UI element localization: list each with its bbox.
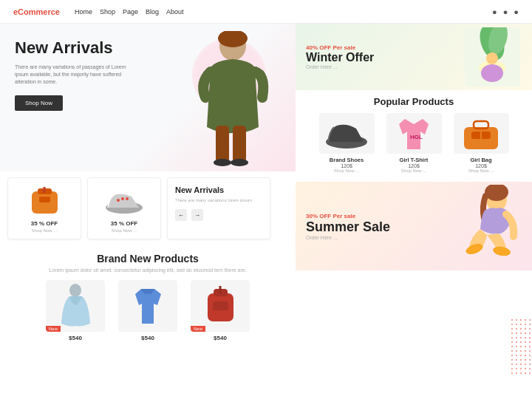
popular-tshirt-shop[interactable]: Shop Now ... — [383, 168, 446, 173]
summer-order-cta[interactable]: Order Here ... — [306, 235, 448, 240]
summer-model-svg — [456, 185, 521, 267]
svg-text:HGL: HGL — [410, 134, 423, 140]
new-arrivals-mini-card: New Arrivals There are many variations l… — [167, 177, 270, 239]
svg-point-14 — [69, 284, 81, 297]
shoes-image — [102, 184, 146, 217]
backpack2-price: $540 — [187, 335, 253, 341]
shirt-price: $540 — [115, 335, 181, 341]
dress-price: $540 — [42, 335, 109, 341]
popular-tshirt-image: HGL — [386, 113, 442, 154]
dress-image: New — [46, 280, 105, 332]
backpack-image — [22, 184, 66, 217]
summer-title: Summer Sale — [306, 219, 448, 235]
user-icon[interactable]: ● — [492, 7, 497, 16]
brand-products-row: New $540 $540 — [15, 280, 281, 341]
svg-point-23 — [486, 52, 498, 64]
logo: eCommerce — [13, 7, 60, 16]
shoes-discount: 35 % OFF — [94, 220, 154, 227]
nav-link-blog[interactable]: Blog — [146, 8, 159, 16]
cart-icon[interactable]: ● — [514, 7, 519, 16]
shoes-svg — [102, 185, 146, 216]
winter-order-cta[interactable]: Order Here ... — [306, 64, 455, 69]
product-card-backpack: 35 % OFF Shop Now ... — [7, 177, 81, 239]
popular-card-shoes: Brand Shoes 120$ Shop Now ... — [316, 113, 378, 173]
svg-point-13 — [126, 197, 129, 200]
dress-new-badge: New — [46, 326, 61, 332]
nav-link-page[interactable]: Page — [123, 8, 138, 16]
backpack2-new-badge: New — [191, 326, 205, 332]
svg-rect-17 — [213, 301, 228, 310]
popular-bag-price: 120$ — [450, 163, 513, 168]
svg-point-5 — [231, 159, 248, 166]
page-wrapper: eCommerce Home Shop Page Blog About ● ● … — [0, 0, 532, 399]
winter-title: Winter Offer — [306, 51, 455, 64]
backpack-svg — [24, 185, 65, 216]
new-arrivals-nav: ← → — [175, 209, 262, 221]
svg-point-11 — [117, 199, 120, 202]
winter-image — [463, 26, 522, 89]
popular-shoes-shop[interactable]: Shop Now ... — [316, 168, 378, 173]
dress-svg — [55, 283, 96, 329]
brand-new-section: Brand New Products Lorem ipsum dolor sit… — [0, 245, 296, 349]
nav-link-shop[interactable]: Shop — [100, 8, 115, 16]
popular-bag-shop[interactable]: Shop Now ... — [450, 168, 513, 173]
popular-card-bag: Girl Bag 120$ Shop Now ... — [450, 113, 513, 173]
new-arrivals-card-desc: There are many variations lorem ipsum — [175, 197, 262, 203]
svg-rect-3 — [233, 126, 246, 163]
winter-banner: 40% OFF Per sale Winter Offer Order Here… — [296, 24, 532, 90]
shirt-svg — [128, 283, 168, 329]
product-cards-row: 35 % OFF Shop Now ... — [0, 171, 296, 245]
popular-bag-svg — [455, 115, 507, 152]
backpack2-image: New — [191, 280, 250, 332]
svg-rect-8 — [39, 197, 50, 202]
backpack2-svg — [200, 283, 241, 329]
brand-product-shirt: $540 — [115, 280, 181, 341]
backpack-discount: 35 % OFF — [14, 220, 75, 227]
summer-model-image — [455, 184, 522, 269]
summer-off-text: 30% OFF Per sale — [306, 213, 448, 219]
left-column: New Arrivals There are many variations o… — [0, 24, 296, 399]
popular-shoes-image — [319, 113, 375, 154]
winter-banner-content: 40% OFF Per sale Winter Offer Order Here… — [306, 44, 455, 69]
summer-banner-content: 30% OFF Per sale Summer Sale Order Here … — [306, 213, 448, 240]
nav-links: Home Shop Page Blog About — [75, 8, 492, 16]
hero-description: There are many variations of passages of… — [15, 64, 133, 85]
winter-tropical-svg — [465, 27, 520, 86]
nav-link-home[interactable]: Home — [75, 8, 92, 16]
search-icon[interactable]: ● — [503, 7, 508, 16]
popular-tshirt-price: 120$ — [383, 163, 446, 168]
hero-cta-button[interactable]: Shop Now — [15, 95, 63, 111]
svg-point-12 — [121, 197, 124, 200]
hero-model-image — [185, 24, 281, 171]
navbar: eCommerce Home Shop Page Blog About ● ● … — [0, 0, 532, 24]
content-area: New Arrivals There are many variations o… — [0, 24, 532, 399]
brand-product-backpack2: New $540 — [187, 280, 253, 341]
prev-button[interactable]: ← — [175, 209, 187, 221]
next-button[interactable]: → — [191, 209, 203, 221]
popular-bag-image — [454, 113, 509, 154]
svg-rect-2 — [216, 126, 229, 163]
backpack-shop[interactable]: Shop Now ... — [14, 228, 75, 233]
popular-tshirt-name: Girl T-Shirt — [383, 157, 446, 163]
popular-bag-name: Girl Bag — [450, 157, 513, 163]
shoes-shop[interactable]: Shop Now ... — [94, 228, 154, 233]
winter-off-text: 40% OFF Per sale — [306, 44, 455, 51]
hero-section: New Arrivals There are many variations o… — [0, 24, 296, 171]
model-svg — [192, 31, 273, 171]
brand-new-desc: Lorem ipsum dolor sit amet, consectetur … — [15, 267, 281, 273]
nav-link-about[interactable]: About — [166, 8, 184, 16]
popular-products-row: Brand Shoes 120$ Shop Now ... HGL Girl T… — [306, 113, 522, 173]
popular-products-section: Popular Products Brand Shoes 120$ — [296, 90, 532, 179]
popular-shoes-svg — [321, 115, 372, 152]
popular-title: Popular Products — [306, 96, 522, 107]
popular-tshirt-svg: HGL — [388, 115, 440, 152]
brand-new-title: Brand New Products — [15, 253, 281, 265]
brand-product-dress: New $540 — [42, 280, 109, 341]
svg-point-24 — [481, 64, 503, 82]
right-column: 40% OFF Per sale Winter Offer Order Here… — [296, 24, 532, 399]
nav-icons: ● ● ● — [492, 7, 519, 16]
new-arrivals-card-title: New Arrivals — [175, 185, 262, 194]
popular-card-tshirt: HGL Girl T-Shirt 120$ Shop Now ... — [383, 113, 446, 173]
shirt-image — [118, 280, 177, 332]
product-card-shoes: 35 % OFF Shop Now ... — [87, 177, 161, 239]
